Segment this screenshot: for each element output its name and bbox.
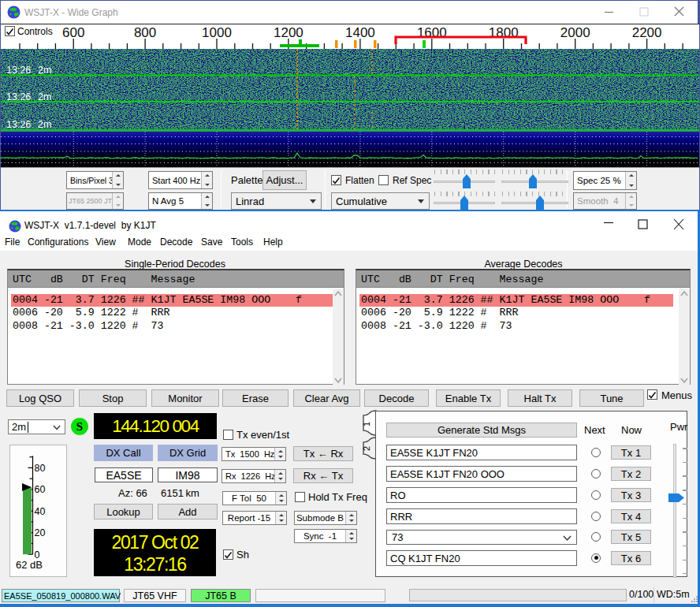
svg-text:20: 20 [35,527,46,538]
svg-text:2m: 2m [38,65,51,76]
svg-text:600: 600 [62,25,84,40]
svg-text:13:26: 13:26 [6,65,31,76]
svg-text:40: 40 [35,506,46,517]
svg-text:800: 800 [134,25,156,40]
svg-text:1: 1 [362,422,371,426]
svg-text:2m: 2m [38,119,51,130]
svg-text:60: 60 [35,484,46,495]
svg-text:2200: 2200 [632,25,662,40]
svg-text:13:26: 13:26 [6,119,31,130]
svg-text:2: 2 [362,446,371,451]
svg-text:2000: 2000 [560,25,590,40]
svg-text:1200: 1200 [274,25,303,40]
svg-text:1400: 1400 [345,25,375,40]
svg-text:80: 80 [35,463,46,474]
svg-text:2m: 2m [38,91,51,102]
svg-text:1000: 1000 [202,25,232,40]
svg-text:13:26: 13:26 [6,91,31,102]
